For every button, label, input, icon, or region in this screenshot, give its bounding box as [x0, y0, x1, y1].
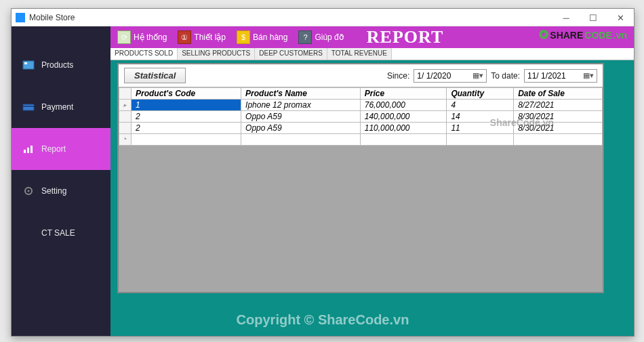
tab-products-sold[interactable]: PRODUCTS SOLD: [110, 48, 178, 60]
sidebar-item-ctsale[interactable]: CT SALE: [12, 212, 110, 254]
svg-rect-0: [23, 61, 34, 69]
close-button[interactable]: ✕: [607, 9, 634, 26]
col-code[interactable]: Product's Code: [132, 88, 241, 100]
sidebar-item-label: Report: [41, 144, 66, 154]
col-name[interactable]: Product's Name: [241, 88, 361, 100]
since-label: Since:: [387, 71, 409, 81]
menu-label: Thiết lập: [194, 33, 226, 42]
cell[interactable]: 8/30/2021: [514, 123, 603, 134]
sidebar-item-report[interactable]: Report: [12, 128, 110, 170]
calendar-icon: ▦▾: [583, 71, 594, 80]
sidebar-item-payment[interactable]: Payment: [12, 86, 110, 128]
row-header-corner: [119, 88, 132, 100]
cell[interactable]: Oppo A59: [241, 123, 361, 134]
since-date-picker[interactable]: 1/ 1/2020 ▦▾: [414, 69, 487, 83]
cell[interactable]: 4: [447, 100, 514, 111]
cell[interactable]: 110,000,000: [360, 123, 447, 134]
setup-icon: ①: [178, 30, 191, 44]
products-icon: [22, 60, 35, 70]
col-price[interactable]: Price: [360, 88, 447, 100]
todate-date-value: 11/ 1/2021: [527, 71, 566, 81]
tab-selling-products[interactable]: SELLING PRODUCTS: [178, 48, 255, 60]
sales-icon: $: [237, 30, 250, 44]
minimize-button[interactable]: ─: [552, 9, 580, 26]
system-icon: ⟳: [117, 30, 131, 44]
row-indicator-new: *: [119, 134, 132, 146]
gear-icon: [22, 186, 35, 196]
report-panel: Statistical Since: 1/ 1/2020 ▦▾ To date:…: [117, 63, 604, 293]
help-icon: ?: [298, 30, 312, 44]
svg-rect-4: [24, 150, 26, 153]
maximize-button[interactable]: ☐: [580, 9, 607, 26]
table-row[interactable]: 2 Oppo A59 110,000,000 11 8/30/2021: [119, 123, 603, 134]
todate-label: To date:: [491, 71, 520, 81]
svg-point-8: [28, 190, 30, 192]
report-tabs: PRODUCTS SOLD SELLING PRODUCTS DEEP CUST…: [110, 48, 634, 60]
sidebar: Products Payment Report Setting: [12, 26, 110, 336]
svg-rect-6: [31, 146, 33, 153]
todate-date-picker[interactable]: 11/ 1/2021 ▦▾: [524, 69, 597, 83]
table-row[interactable]: 2 Oppo A59 140,000,000 14 8/30/2021: [119, 111, 603, 123]
title-bar: Mobile Store ─ ☐ ✕: [12, 9, 634, 26]
since-date-value: 1/ 1/2020: [417, 71, 451, 81]
sidebar-item-label: CT SALE: [41, 228, 75, 238]
tab-deep-customers[interactable]: DEEP CUSTOMERS: [255, 48, 327, 60]
app-icon: [16, 13, 25, 22]
cell[interactable]: 2: [132, 123, 241, 134]
calendar-icon: ▦▾: [472, 71, 483, 80]
cell[interactable]: 1: [132, 100, 241, 111]
cell[interactable]: 14: [447, 111, 514, 123]
menu-label: Hệ thống: [134, 33, 167, 42]
menu-help[interactable]: ? Giúp đỡ: [294, 29, 347, 45]
col-date[interactable]: Date of Sale: [514, 88, 603, 100]
content-area: ⟳ Hệ thống ① Thiết lập $ Bán hàng ? Giúp…: [110, 26, 634, 336]
panel-toolbar: Statistical Since: 1/ 1/2020 ▦▾ To date:…: [119, 64, 603, 87]
sidebar-item-label: Setting: [41, 186, 66, 196]
window-title: Mobile Store: [29, 13, 75, 22]
app-window: Mobile Store ─ ☐ ✕ Products Payment: [11, 8, 635, 337]
svg-rect-3: [23, 106, 34, 107]
sidebar-item-label: Payment: [41, 102, 73, 112]
statistical-button[interactable]: Statistical: [124, 68, 186, 83]
menu-label: Giúp đỡ: [315, 33, 343, 42]
payment-icon: [22, 102, 35, 112]
menu-setup[interactable]: ① Thiết lập: [174, 29, 230, 45]
cell[interactable]: 2: [132, 111, 241, 123]
svg-rect-1: [24, 62, 27, 64]
row-indicator-current: ▸: [119, 100, 132, 111]
col-qty[interactable]: Quantity: [447, 88, 514, 100]
table-row[interactable]: ▸ 1 Iphone 12 promax 76,000,000 4 8/27/2…: [119, 100, 603, 111]
cell[interactable]: 8/30/2021: [514, 111, 603, 123]
ribbon-menu: ⟳ Hệ thống ① Thiết lập $ Bán hàng ? Giúp…: [110, 26, 634, 48]
svg-rect-2: [23, 104, 34, 110]
menu-system[interactable]: ⟳ Hệ thống: [113, 29, 171, 45]
cell[interactable]: 140,000,000: [360, 111, 447, 123]
tab-total-revenue[interactable]: TOTAL REVENUE: [327, 48, 392, 60]
table-row-new[interactable]: *: [119, 134, 603, 146]
sidebar-item-label: Products: [41, 60, 73, 70]
menu-label: Bán hàng: [253, 33, 287, 42]
cell[interactable]: 8/27/2021: [514, 100, 603, 111]
menu-sales[interactable]: $ Bán hàng: [233, 29, 291, 45]
page-title: REPORT: [367, 27, 443, 47]
svg-rect-5: [27, 148, 29, 153]
sidebar-item-products[interactable]: Products: [12, 44, 110, 86]
report-icon: [22, 144, 35, 154]
cell[interactable]: 76,000,000: [360, 100, 447, 111]
cell[interactable]: Iphone 12 promax: [241, 100, 361, 111]
cell[interactable]: 11: [447, 123, 514, 134]
cell[interactable]: Oppo A59: [241, 111, 361, 123]
sidebar-item-setting[interactable]: Setting: [12, 170, 110, 212]
ctsale-icon: [22, 228, 35, 238]
data-grid[interactable]: Product's Code Product's Name Price Quan…: [119, 87, 603, 146]
